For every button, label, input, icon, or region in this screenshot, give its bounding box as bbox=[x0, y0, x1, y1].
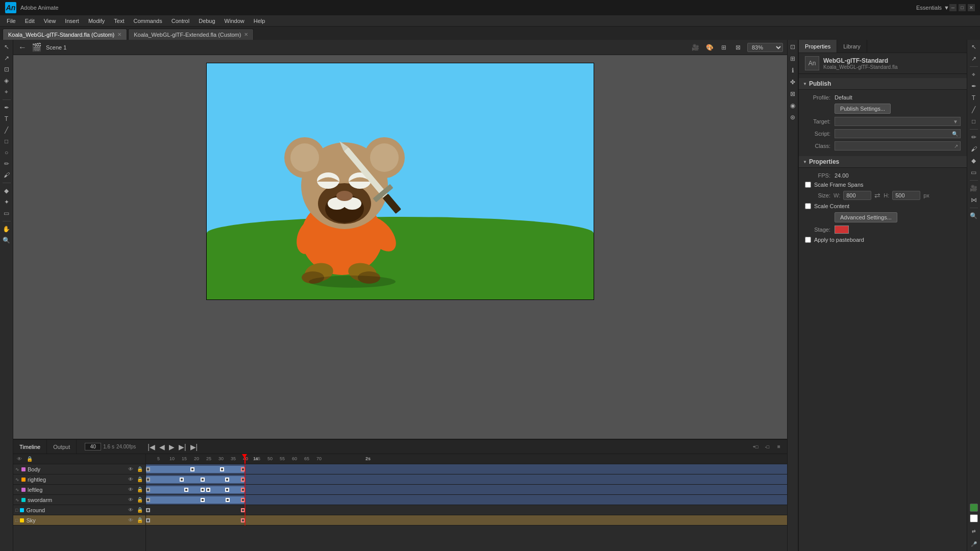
layer-swordarm-visibility[interactable]: 👁 bbox=[127, 497, 134, 503]
line-tool[interactable]: ╱ bbox=[2, 125, 12, 135]
color-icon[interactable]: 🎨 bbox=[704, 42, 715, 53]
step-back-button[interactable]: ◀ bbox=[158, 442, 166, 452]
right-pen-tool[interactable]: ✒ bbox=[969, 81, 979, 91]
right-eraser-tool[interactable]: ▭ bbox=[969, 167, 979, 178]
side-tool-2[interactable]: ⊞ bbox=[788, 54, 798, 64]
body-kf-2[interactable] bbox=[220, 467, 224, 471]
layer-ground-visibility[interactable]: 👁 bbox=[127, 507, 134, 513]
eraser-tool[interactable]: ▭ bbox=[2, 208, 12, 218]
layer-leftleg-name[interactable]: leftleg bbox=[28, 487, 125, 493]
right-subselect-tool[interactable]: ↗ bbox=[969, 54, 979, 64]
stage-color-picker[interactable] bbox=[835, 226, 849, 234]
right-mic-icon[interactable]: 🎤 bbox=[969, 539, 979, 549]
zoom-tool[interactable]: 🔍 bbox=[2, 235, 12, 245]
side-tool-5[interactable]: ⊠ bbox=[788, 89, 798, 99]
side-tool-7[interactable]: ⊛ bbox=[788, 112, 798, 122]
menu-text[interactable]: Text bbox=[110, 17, 128, 25]
advanced-settings-button[interactable]: Advanced Settings... bbox=[835, 212, 897, 222]
output-tab[interactable]: Output bbox=[47, 440, 77, 454]
layer-options-button[interactable]: ≡ bbox=[774, 442, 784, 452]
leftleg-kf-2[interactable] bbox=[201, 488, 205, 492]
layer-rightleg-lock[interactable]: 🔒 bbox=[136, 477, 143, 482]
ground-frames[interactable] bbox=[146, 505, 787, 515]
pen-tool[interactable]: ✒ bbox=[2, 103, 12, 113]
layer-sky-name[interactable]: Sky bbox=[26, 517, 125, 523]
tab-1[interactable]: Koala_WebGL-glTF-Standard.fla (Custom) ✕ bbox=[3, 29, 127, 40]
side-tool-4[interactable]: ✤ bbox=[788, 77, 798, 87]
right-rect-tool[interactable]: □ bbox=[969, 116, 979, 127]
minimize-button[interactable]: ─ bbox=[949, 4, 957, 11]
right-pencil-tool[interactable]: ✏ bbox=[969, 132, 979, 142]
target-value[interactable]: ▼ bbox=[835, 117, 961, 126]
scale-content-checkbox[interactable] bbox=[805, 203, 811, 209]
brush-tool[interactable]: 🖌 bbox=[2, 170, 12, 180]
link-icon[interactable]: ⇄ bbox=[874, 191, 880, 199]
right-search-tool[interactable]: 🔍 bbox=[969, 211, 979, 221]
right-bone-tool[interactable]: ⋈ bbox=[969, 195, 979, 205]
menu-file[interactable]: File bbox=[3, 17, 20, 25]
tab-2[interactable]: Koala_WebGL-glTF-Extended.fla (Custom) ✕ bbox=[128, 29, 254, 40]
select-tool[interactable]: ↖ bbox=[2, 42, 12, 52]
fps-value[interactable]: 24.00 bbox=[835, 172, 849, 179]
right-select-tool[interactable]: ↖ bbox=[969, 42, 979, 52]
width-input[interactable] bbox=[843, 191, 871, 200]
swordarm-kf-1[interactable] bbox=[201, 498, 205, 502]
text-tool[interactable]: T bbox=[2, 114, 12, 124]
right-camera-tool[interactable]: 🎥 bbox=[969, 183, 979, 193]
layer-ground-lock[interactable]: 🔒 bbox=[136, 507, 143, 513]
right-line-tool[interactable]: ╱ bbox=[969, 105, 979, 115]
delete-layer-button[interactable]: -□ bbox=[762, 442, 772, 452]
leftleg-frames[interactable] bbox=[146, 485, 787, 495]
right-color-stroke[interactable] bbox=[970, 514, 978, 522]
step-forward-button[interactable]: ▶| bbox=[177, 442, 188, 452]
rightleg-frames[interactable] bbox=[146, 474, 787, 485]
side-tool-6[interactable]: ◉ bbox=[788, 101, 798, 111]
rect-tool[interactable]: □ bbox=[2, 136, 12, 146]
leftleg-kf-1[interactable] bbox=[184, 488, 188, 492]
script-input[interactable]: 🔍 bbox=[835, 129, 961, 138]
leftleg-kf-3[interactable] bbox=[206, 488, 210, 492]
properties-tab[interactable]: Properties bbox=[799, 40, 837, 53]
right-text-tool[interactable]: T bbox=[969, 93, 979, 103]
timeline-tab[interactable]: Timeline bbox=[13, 440, 47, 454]
layer-body-lock[interactable]: 🔒 bbox=[136, 466, 143, 472]
menu-view[interactable]: View bbox=[40, 17, 60, 25]
menu-help[interactable]: Help bbox=[250, 17, 270, 25]
scale-frame-checkbox[interactable] bbox=[805, 182, 811, 188]
swordarm-kf-2[interactable] bbox=[226, 498, 230, 502]
layer-swordarm-name[interactable]: swordarm bbox=[28, 497, 125, 503]
menu-edit[interactable]: Edit bbox=[21, 17, 39, 25]
side-tool-1[interactable]: ⊡ bbox=[788, 42, 798, 52]
menu-window[interactable]: Window bbox=[220, 17, 249, 25]
menu-commands[interactable]: Commands bbox=[129, 17, 166, 25]
maximize-button[interactable]: □ bbox=[959, 4, 966, 11]
right-paint-bucket[interactable]: ◆ bbox=[969, 156, 979, 166]
leftleg-kf-0[interactable] bbox=[146, 488, 150, 492]
layer-rightleg-name[interactable]: rightleg bbox=[28, 477, 125, 483]
layer-leftleg-visibility[interactable]: 👁 bbox=[127, 487, 134, 492]
go-to-first-frame-button[interactable]: |◀ bbox=[146, 442, 157, 452]
play-button[interactable]: ▶ bbox=[167, 442, 176, 452]
rightleg-kf-3[interactable] bbox=[225, 478, 229, 482]
body-frames[interactable] bbox=[146, 464, 787, 474]
tab-1-close[interactable]: ✕ bbox=[117, 32, 121, 37]
go-to-last-frame-button[interactable]: ▶| bbox=[189, 442, 200, 452]
menu-control[interactable]: Control bbox=[167, 17, 193, 25]
right-swap-colors[interactable]: ⇄ bbox=[969, 526, 979, 536]
body-kf-0[interactable] bbox=[146, 467, 150, 471]
props-section-header[interactable]: ▼ Properties bbox=[799, 156, 967, 168]
eyedropper-tool[interactable]: ✦ bbox=[2, 197, 12, 207]
hand-tool[interactable]: ✋ bbox=[2, 224, 12, 234]
right-brush-tool[interactable]: 🖌 bbox=[969, 144, 979, 154]
layer-sky-lock[interactable]: 🔒 bbox=[136, 517, 143, 523]
library-tab[interactable]: Library bbox=[837, 40, 867, 53]
grid-btn[interactable]: ⊞ bbox=[719, 42, 729, 53]
fill-transform-tool[interactable]: ◈ bbox=[2, 76, 12, 86]
paint-bucket-tool[interactable]: ◆ bbox=[2, 186, 12, 196]
swordarm-kf-0[interactable] bbox=[146, 498, 150, 502]
apply-pasteboard-checkbox[interactable] bbox=[805, 237, 811, 243]
camera-icon[interactable]: 🎥 bbox=[690, 42, 700, 53]
menu-insert[interactable]: Insert bbox=[61, 17, 83, 25]
swordarm-frames[interactable] bbox=[146, 495, 787, 505]
right-lasso-tool[interactable]: ⌖ bbox=[969, 69, 979, 80]
